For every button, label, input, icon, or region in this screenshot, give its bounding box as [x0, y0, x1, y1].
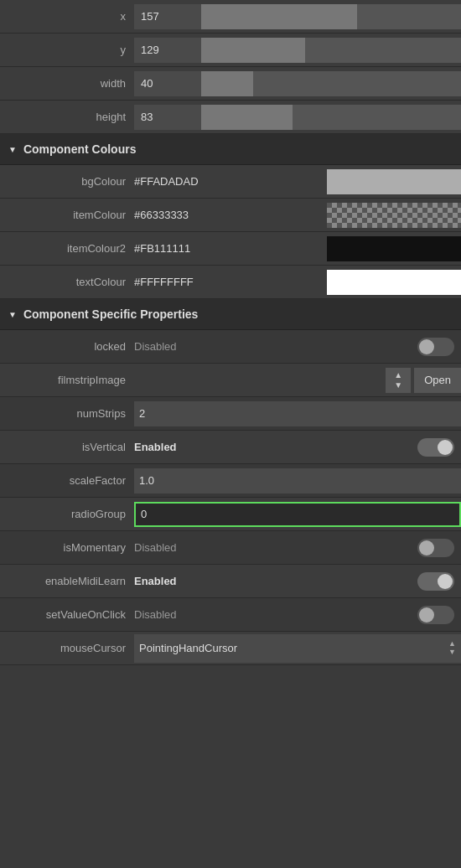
radio-group-input[interactable] [134, 502, 461, 527]
x-progress-bg [201, 4, 461, 29]
height-row: height [0, 101, 461, 134]
is-momentary-toggle[interactable] [417, 539, 454, 557]
height-progress-fill [201, 105, 293, 130]
is-momentary-value: Disabled [134, 539, 461, 557]
item-colour-value: #66333333 [134, 203, 461, 228]
width-value-group [134, 71, 461, 96]
text-colour-row: textColour #FFFFFFFF [0, 266, 461, 299]
width-label: width [0, 77, 134, 90]
bg-colour-row: bgColour #FFADADAD [0, 165, 461, 199]
text-colour-text: #FFFFFFFF [134, 276, 194, 288]
y-value-group [134, 38, 461, 63]
enable-midi-learn-toggle-knob [438, 574, 453, 589]
mouse-cursor-select[interactable]: PointingHandCursor NormalCursor Crosshai… [134, 634, 461, 663]
locked-state: Disabled [134, 340, 177, 353]
scale-factor-input[interactable] [134, 468, 461, 493]
y-label: y [0, 44, 134, 56]
is-vertical-toggle-knob [438, 440, 453, 455]
locked-toggle[interactable] [417, 338, 454, 356]
x-row: x [0, 0, 461, 34]
enable-midi-learn-toggle[interactable] [417, 572, 454, 591]
collapse-specific-icon: ▼ [8, 310, 17, 319]
item-colour2-row: itemColour2 #FB111111 [0, 232, 461, 266]
is-momentary-state: Disabled [134, 541, 177, 554]
item-colour2-label: itemColour2 [0, 242, 134, 255]
bg-colour-value: #FFADADAD [134, 169, 461, 194]
item-colour-swatch[interactable] [327, 203, 461, 228]
enable-midi-learn-label: enableMidiLearn [0, 575, 134, 587]
is-vertical-toggle[interactable] [417, 438, 454, 457]
scale-factor-row: scaleFactor [0, 464, 461, 498]
component-specific-header[interactable]: ▼ Component Specific Properties [0, 299, 461, 330]
width-row: width [0, 67, 461, 101]
y-progress-bg [201, 38, 461, 63]
scale-factor-label: scaleFactor [0, 474, 134, 487]
text-colour-swatch[interactable] [327, 270, 461, 295]
x-progress-fill [201, 4, 357, 29]
is-momentary-toggle-knob [419, 540, 434, 555]
component-colours-label: Component Colours [23, 142, 137, 156]
collapse-colours-icon: ▼ [8, 145, 17, 154]
is-vertical-row: isVertical Enabled [0, 431, 461, 464]
filmstrip-open-button[interactable]: Open [414, 368, 461, 393]
spinner-up-icon: ▲ [394, 370, 402, 380]
is-momentary-label: isMomentary [0, 541, 134, 554]
y-progress-fill [201, 38, 305, 63]
set-value-on-click-row: setValueOnClick Disabled [0, 598, 461, 632]
is-momentary-row: isMomentary Disabled [0, 531, 461, 565]
item-colour2-swatch[interactable] [327, 236, 461, 261]
radio-group-value [134, 502, 461, 527]
bg-colour-swatch[interactable] [327, 169, 461, 194]
width-progress-bg [201, 71, 461, 96]
filmstrip-row: filmstripImage ▲ ▼ Open [0, 364, 461, 397]
y-input[interactable] [134, 38, 201, 63]
set-value-on-click-label: setValueOnClick [0, 608, 134, 621]
x-input[interactable] [134, 4, 201, 29]
x-value-group [134, 4, 461, 29]
set-value-on-click-value: Disabled [134, 606, 461, 624]
set-value-on-click-state: Disabled [134, 608, 177, 621]
bg-colour-label: bgColour [0, 175, 134, 188]
item-colour2-text: #FB111111 [134, 242, 190, 255]
locked-toggle-knob [419, 339, 434, 354]
num-strips-input[interactable] [134, 401, 461, 426]
height-progress-bg [201, 105, 461, 130]
set-value-on-click-toggle-knob [419, 607, 434, 623]
height-value-group [134, 105, 461, 130]
x-label: x [0, 10, 134, 23]
num-strips-value [134, 401, 461, 426]
mouse-cursor-label: mouseCursor [0, 642, 134, 654]
bg-colour-text: #FFADADAD [134, 175, 199, 188]
scale-factor-value [134, 468, 461, 493]
filmstrip-spinner[interactable]: ▲ ▼ [386, 368, 411, 393]
set-value-on-click-toggle[interactable] [417, 606, 454, 624]
enable-midi-learn-state: Enabled [134, 575, 177, 587]
item-colour-label: itemColour [0, 209, 134, 221]
radio-group-row: radioGroup [0, 498, 461, 531]
text-colour-value: #FFFFFFFF [134, 270, 461, 295]
mouse-cursor-row: mouseCursor PointingHandCursor NormalCur… [0, 632, 461, 665]
spinner-down-icon: ▼ [394, 380, 402, 390]
is-vertical-state: Enabled [134, 441, 177, 453]
radio-group-label: radioGroup [0, 508, 134, 520]
height-label: height [0, 111, 134, 123]
is-vertical-label: isVertical [0, 441, 134, 453]
item-colour-row: itemColour #66333333 [0, 199, 461, 232]
is-vertical-value: Enabled [134, 438, 461, 457]
component-colours-header[interactable]: ▼ Component Colours [0, 134, 461, 165]
num-strips-row: numStrips [0, 397, 461, 431]
item-colour-text: #66333333 [134, 209, 189, 221]
height-input[interactable] [134, 105, 201, 130]
width-input[interactable] [134, 71, 201, 96]
mouse-cursor-wrapper: PointingHandCursor NormalCursor Crosshai… [134, 634, 461, 663]
locked-label: locked [0, 340, 134, 353]
enable-midi-learn-value: Enabled [134, 572, 461, 591]
filmstrip-controls: ▲ ▼ Open [134, 368, 461, 393]
text-colour-label: textColour [0, 276, 134, 288]
num-strips-label: numStrips [0, 407, 134, 420]
locked-row: locked Disabled [0, 330, 461, 364]
filmstrip-label: filmstripImage [0, 374, 134, 386]
enable-midi-learn-row: enableMidiLearn Enabled [0, 565, 461, 598]
locked-value: Disabled [134, 338, 461, 356]
item-colour2-value: #FB111111 [134, 236, 461, 261]
